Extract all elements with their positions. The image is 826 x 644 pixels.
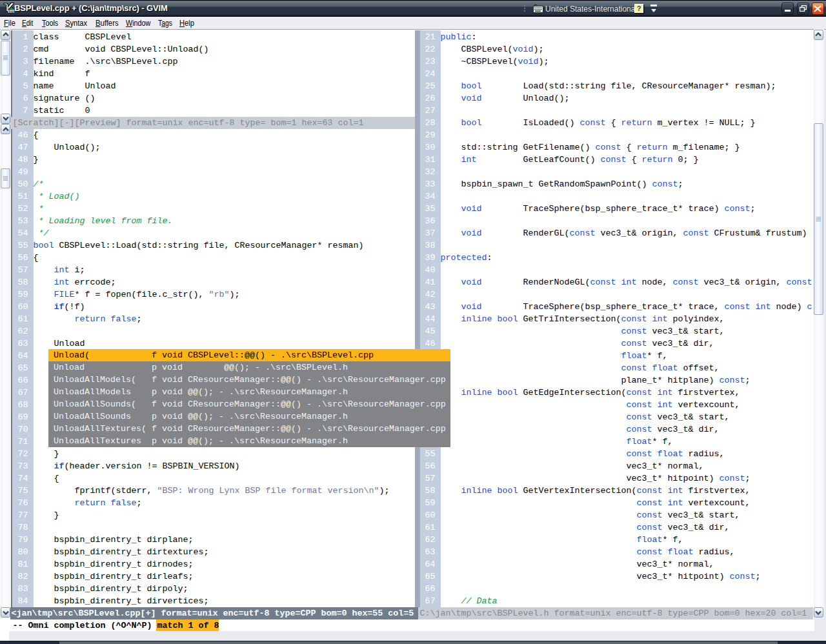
svg-text:im: im: [8, 8, 14, 14]
